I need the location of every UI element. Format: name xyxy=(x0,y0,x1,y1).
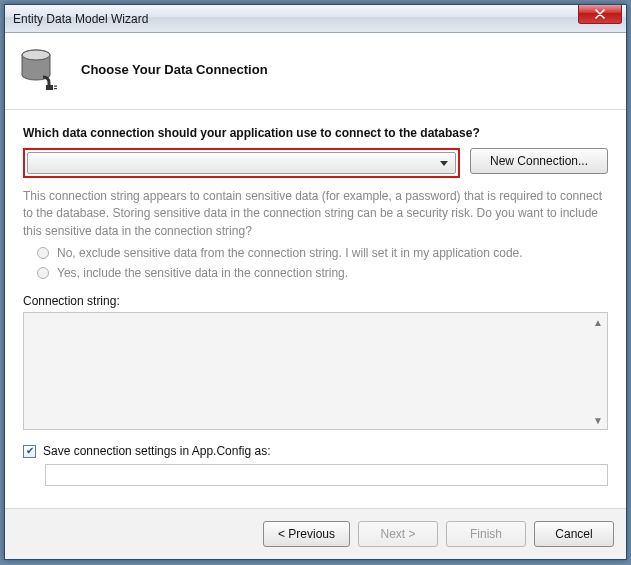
save-settings-input[interactable] xyxy=(45,464,608,486)
finish-label: Finish xyxy=(470,527,502,541)
svg-rect-2 xyxy=(46,85,53,90)
svg-point-1 xyxy=(22,50,50,60)
radio-exclude-label: No, exclude sensitive data from the conn… xyxy=(57,246,523,260)
svg-rect-4 xyxy=(54,88,57,89)
radio-exclude xyxy=(37,247,49,259)
window-title: Entity Data Model Wizard xyxy=(13,12,148,26)
new-connection-button[interactable]: New Connection... xyxy=(470,148,608,174)
svg-rect-3 xyxy=(54,86,57,87)
previous-button[interactable]: < Previous xyxy=(263,521,350,547)
close-icon xyxy=(595,9,605,19)
scroll-up-icon: ▲ xyxy=(591,315,605,329)
wizard-window: Entity Data Model Wizard Choose Your Da xyxy=(4,4,627,560)
content-area: Which data connection should your applic… xyxy=(5,110,626,496)
save-settings-label: Save connection settings in App.Config a… xyxy=(43,444,270,458)
radio-exclude-row: No, exclude sensitive data from the conn… xyxy=(37,246,608,260)
connection-row: New Connection... xyxy=(23,148,608,178)
titlebar: Entity Data Model Wizard xyxy=(5,5,626,33)
footer: < Previous Next > Finish Cancel xyxy=(5,509,626,559)
close-button[interactable] xyxy=(578,5,622,24)
page-title: Choose Your Data Connection xyxy=(81,62,268,77)
scroll-down-icon: ▼ xyxy=(591,413,605,427)
next-button: Next > xyxy=(358,521,438,547)
sensitive-data-description: This connection string appears to contai… xyxy=(23,188,608,240)
wizard-header: Choose Your Data Connection xyxy=(5,33,626,110)
radio-include-row: Yes, include the sensitive data in the c… xyxy=(37,266,608,280)
connection-string-label: Connection string: xyxy=(23,294,608,308)
wizard-body: Choose Your Data Connection Which data c… xyxy=(5,33,626,559)
save-name-wrap xyxy=(23,464,608,486)
connection-string-textarea: ▲ ▼ xyxy=(23,312,608,430)
radio-include-label: Yes, include the sensitive data in the c… xyxy=(57,266,348,280)
question-label: Which data connection should your applic… xyxy=(23,126,608,140)
cancel-label: Cancel xyxy=(555,527,592,541)
save-settings-checkbox[interactable]: ✔ xyxy=(23,445,36,458)
previous-label: < Previous xyxy=(278,527,335,541)
new-connection-label: New Connection... xyxy=(490,154,588,168)
radio-include xyxy=(37,267,49,279)
connection-dropdown[interactable] xyxy=(27,152,456,174)
connection-highlight xyxy=(23,148,460,178)
cancel-button[interactable]: Cancel xyxy=(534,521,614,547)
next-label: Next > xyxy=(380,527,415,541)
database-icon xyxy=(19,47,63,91)
finish-button: Finish xyxy=(446,521,526,547)
save-settings-row: ✔ Save connection settings in App.Config… xyxy=(23,444,608,458)
